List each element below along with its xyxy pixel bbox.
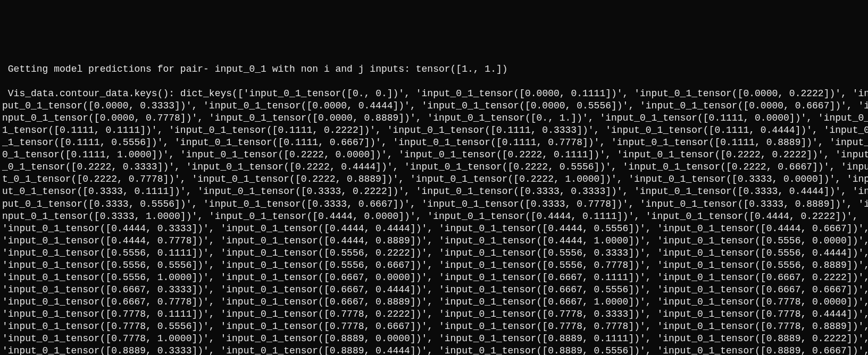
- dict-keys-line: Vis_data.contour_data.keys(): dict_keys(…: [2, 88, 868, 355]
- terminal-output[interactable]: Getting model predictions for pair- inpu…: [0, 61, 868, 355]
- log-line-predictions: Getting model predictions for pair- inpu…: [2, 64, 508, 74]
